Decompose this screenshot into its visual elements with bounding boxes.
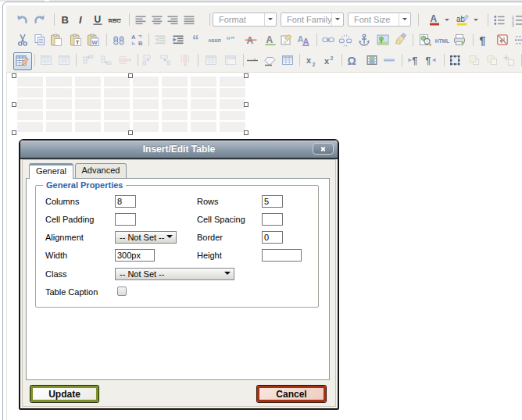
table-caption-checkbox[interactable] bbox=[117, 287, 127, 296]
unlink-button[interactable] bbox=[338, 32, 353, 48]
cleanup-button[interactable] bbox=[392, 32, 408, 48]
outdent-button[interactable] bbox=[152, 32, 168, 48]
table-cell[interactable] bbox=[46, 99, 73, 109]
justifyleft-button[interactable] bbox=[133, 12, 148, 27]
blockquote-button[interactable]: “ bbox=[189, 32, 205, 48]
table-cell[interactable] bbox=[133, 77, 159, 87]
format-select[interactable]: Format bbox=[213, 12, 277, 27]
table-cell[interactable] bbox=[104, 77, 130, 87]
table-cell[interactable] bbox=[162, 77, 188, 87]
row-after-button[interactable] bbox=[98, 52, 114, 68]
table-cell[interactable] bbox=[46, 88, 73, 98]
table-cell[interactable] bbox=[191, 88, 217, 98]
table-cell[interactable] bbox=[191, 77, 217, 87]
moveforward-button[interactable] bbox=[466, 52, 481, 68]
rows-input[interactable] bbox=[262, 195, 283, 208]
table-cell[interactable] bbox=[17, 99, 44, 109]
table-cell[interactable] bbox=[220, 77, 246, 87]
close-icon[interactable]: ✕ bbox=[313, 143, 334, 155]
tab-advanced[interactable]: Advanced bbox=[75, 163, 127, 178]
image-button[interactable] bbox=[375, 32, 391, 48]
visualchars-button[interactable]: ¶ bbox=[476, 32, 492, 48]
table-cell[interactable] bbox=[46, 122, 73, 132]
table-resize-handle[interactable] bbox=[128, 130, 133, 135]
underline-button[interactable]: U bbox=[90, 12, 105, 27]
removeformat-button[interactable] bbox=[262, 52, 277, 68]
rtl-button[interactable]: ¶ bbox=[423, 52, 438, 68]
indent-button[interactable] bbox=[170, 32, 186, 48]
pastetext-button[interactable]: T bbox=[68, 32, 84, 48]
table-cell[interactable] bbox=[75, 111, 102, 121]
movebackward-button[interactable] bbox=[484, 52, 499, 68]
height-input[interactable] bbox=[262, 249, 302, 262]
strikethrough-button[interactable]: ABC bbox=[106, 12, 123, 27]
table-cell[interactable] bbox=[46, 111, 73, 121]
anchor-button[interactable] bbox=[356, 32, 372, 48]
col-before-button[interactable] bbox=[140, 52, 156, 68]
table-resize-handle[interactable] bbox=[12, 73, 16, 78]
columns-input[interactable] bbox=[115, 195, 136, 208]
table-cell[interactable] bbox=[17, 88, 44, 98]
delete-col-button[interactable] bbox=[177, 52, 193, 68]
alignment-select[interactable]: -- Not Set -- bbox=[115, 231, 177, 244]
table-resize-handle[interactable] bbox=[244, 73, 248, 78]
cancel-button[interactable]: Cancel bbox=[257, 386, 326, 402]
table-cell[interactable] bbox=[162, 88, 188, 98]
visualaid-button[interactable] bbox=[280, 52, 295, 68]
sup-button[interactable]: x2 bbox=[321, 52, 337, 68]
paste-button[interactable] bbox=[48, 32, 64, 48]
attribs-button[interactable] bbox=[278, 32, 294, 48]
ltr-button[interactable]: ¶ bbox=[406, 52, 421, 68]
abbr-button[interactable]: ABBR bbox=[206, 32, 223, 48]
tab-general[interactable]: General bbox=[29, 163, 73, 179]
class-select[interactable]: -- Not Set -- bbox=[115, 268, 234, 280]
table-cell[interactable] bbox=[46, 77, 73, 87]
table-cell[interactable] bbox=[220, 111, 246, 121]
bullist-button[interactable] bbox=[492, 12, 507, 27]
italic-button[interactable]: I bbox=[73, 12, 89, 27]
html-button[interactable]: HTML bbox=[434, 32, 451, 48]
table-resize-handle[interactable] bbox=[12, 102, 16, 107]
table-cell[interactable] bbox=[75, 99, 102, 109]
row-props-button[interactable] bbox=[38, 52, 54, 68]
cell-padding-input[interactable] bbox=[115, 213, 136, 226]
table-cell[interactable] bbox=[133, 122, 159, 132]
nonbreaking-button[interactable] bbox=[495, 32, 510, 48]
q-button[interactable]: “” bbox=[224, 32, 240, 48]
cut-button[interactable] bbox=[15, 32, 30, 48]
ins-button[interactable]: A bbox=[263, 32, 278, 48]
table-cell[interactable] bbox=[104, 122, 130, 132]
justifyright-button[interactable] bbox=[165, 12, 181, 27]
search-button[interactable] bbox=[111, 32, 127, 48]
table-cell[interactable] bbox=[133, 99, 159, 109]
table-cell[interactable] bbox=[162, 122, 188, 132]
copy-button[interactable] bbox=[32, 32, 48, 48]
delete-row-button[interactable] bbox=[116, 52, 132, 68]
update-button[interactable]: Update bbox=[30, 386, 98, 402]
content-table[interactable] bbox=[17, 77, 246, 132]
pasteword-button[interactable]: W bbox=[85, 32, 102, 48]
undo-button[interactable] bbox=[14, 12, 30, 27]
fontfamily-select[interactable]: Font Family bbox=[281, 12, 344, 27]
cell-spacing-input[interactable] bbox=[262, 213, 283, 226]
merge-cells-button[interactable] bbox=[223, 52, 238, 68]
table-cell[interactable] bbox=[162, 111, 188, 121]
styleprops-button[interactable]: AA bbox=[295, 32, 311, 48]
table-resize-handle[interactable] bbox=[12, 130, 16, 135]
split-cells-button[interactable] bbox=[203, 52, 219, 68]
link-button[interactable] bbox=[320, 32, 336, 48]
advhr-button[interactable] bbox=[381, 52, 397, 68]
table-cell[interactable] bbox=[17, 122, 44, 132]
bold-button[interactable]: B bbox=[57, 12, 73, 27]
hr-button[interactable] bbox=[245, 52, 260, 68]
table-cell[interactable] bbox=[17, 77, 44, 87]
dialog-titlebar[interactable]: Insert/Edit Table ✕ bbox=[20, 141, 338, 159]
table-cell[interactable] bbox=[75, 77, 102, 87]
print-button[interactable] bbox=[452, 32, 467, 48]
charmap-button[interactable]: Ω bbox=[345, 52, 360, 68]
redo-button[interactable] bbox=[32, 12, 48, 27]
table-cell[interactable] bbox=[133, 111, 159, 121]
justifyfull-button[interactable] bbox=[181, 12, 197, 27]
table-cell[interactable] bbox=[162, 99, 188, 109]
row-before-button[interactable] bbox=[80, 52, 96, 68]
